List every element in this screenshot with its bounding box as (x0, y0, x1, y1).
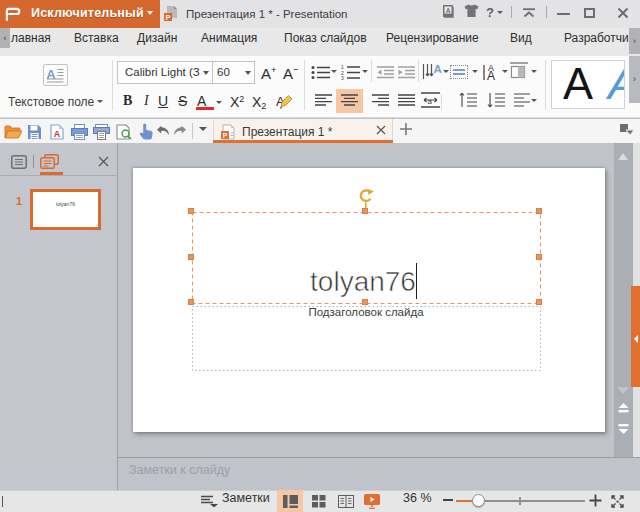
svg-text:A: A (54, 129, 61, 139)
svg-text:P: P (165, 13, 170, 22)
svg-text:P: P (223, 132, 228, 139)
svg-text:3: 3 (341, 75, 344, 80)
svg-text:A: A (487, 69, 495, 81)
svg-text:a: a (428, 97, 433, 106)
svg-text:A: A (434, 63, 442, 75)
svg-text:A: A (46, 67, 56, 82)
svg-text:A: A (446, 7, 451, 14)
